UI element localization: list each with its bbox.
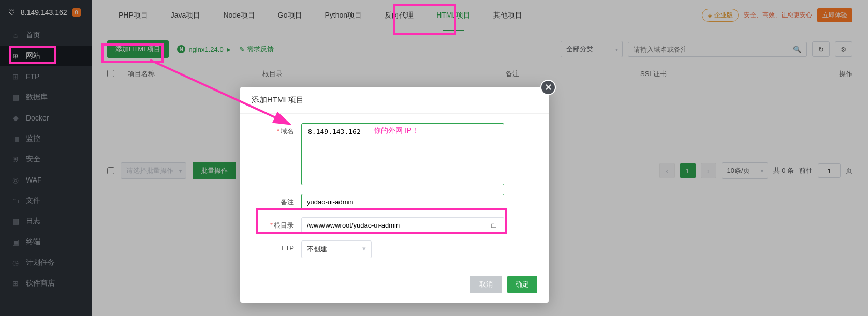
browse-folder-button[interactable]: 🗀	[483, 217, 504, 233]
folder-icon: 🗀	[490, 221, 497, 229]
confirm-button[interactable]: 确定	[507, 276, 537, 293]
modal-close-button[interactable]: ✕	[540, 80, 556, 95]
root-dir-input[interactable]	[301, 217, 483, 233]
root-label: 根目录	[274, 221, 294, 229]
note-label: 备注	[281, 198, 294, 206]
ftp-select[interactable]: 不创建	[301, 240, 372, 258]
domain-label: 域名	[281, 127, 294, 135]
modal-title: 添加HTML项目	[240, 87, 549, 114]
close-icon: ✕	[545, 82, 552, 93]
domain-annotation: 你的外网 IP！	[374, 126, 419, 136]
note-input[interactable]	[301, 194, 504, 210]
ftp-label: FTP	[281, 244, 294, 252]
add-html-project-modal: ✕ 添加HTML项目 *域名 你的外网 IP！ 备注 *根目录 🗀 FTP	[240, 87, 549, 303]
cancel-button[interactable]: 取消	[470, 276, 502, 293]
